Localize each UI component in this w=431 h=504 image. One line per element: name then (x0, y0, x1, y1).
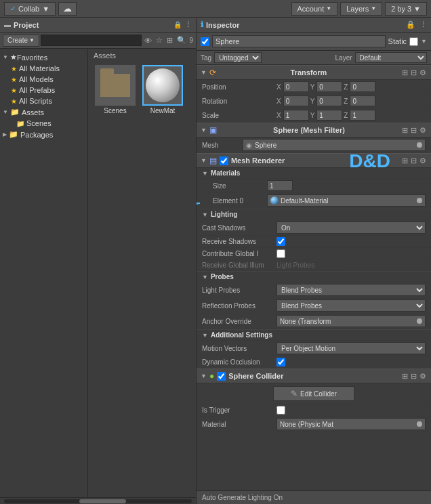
layout-button[interactable]: 2 by 3 ▼ (385, 2, 427, 16)
mesh-filter-copy-icon[interactable]: ⊞ (401, 126, 409, 135)
mesh-value: Sphere (255, 142, 276, 149)
folder-icon (100, 74, 130, 97)
renderer-active-checkbox[interactable] (220, 156, 228, 165)
collider-copy-icon[interactable]: ⊞ (401, 372, 409, 381)
packages-triangle-icon: ▶ (3, 131, 7, 138)
pos-x-input[interactable] (283, 81, 309, 92)
receive-shadows-checkbox[interactable] (276, 237, 285, 246)
sidebar-item-all-scripts[interactable]: ★ All Scripts (0, 96, 87, 106)
materials-subsection-header[interactable]: ▼ Materials (197, 168, 431, 179)
create-label: Create (7, 37, 28, 44)
sidebar-item-all-materials[interactable]: ★ All Materials (0, 63, 87, 74)
is-trigger-row: Is Trigger (197, 404, 431, 417)
additional-subsection-header[interactable]: ▼ Additional Settings (197, 329, 431, 341)
rot-y-input[interactable] (316, 96, 342, 106)
transform-section-header[interactable]: ▼ ⟳ Transform ⊞ ⊟ ⚙ (197, 65, 431, 80)
toolbar-grid-icon[interactable]: ⊞ (165, 36, 174, 45)
scale-z-input[interactable] (350, 110, 375, 121)
collider-gear-icon[interactable]: ⚙ (419, 372, 427, 381)
object-active-checkbox[interactable] (201, 37, 209, 46)
collider-align-icon[interactable]: ⊟ (410, 372, 417, 381)
rot-x-label: X (276, 98, 281, 105)
toolbar-eye-icon[interactable]: 👁 (143, 37, 153, 45)
motion-vectors-select[interactable]: Per Object Motion (276, 342, 426, 354)
object-name-input[interactable] (212, 35, 386, 47)
element-select-icon[interactable] (417, 198, 422, 203)
renderer-copy-icon[interactable]: ⊞ (401, 156, 409, 165)
collider-active-checkbox[interactable] (217, 372, 226, 381)
account-button[interactable]: Account ▼ (291, 2, 338, 16)
light-probes-select[interactable]: Blend Probes (276, 284, 426, 296)
mesh-filter-gear-icon[interactable]: ⚙ (419, 126, 427, 135)
sidebar-item-all-models[interactable]: ★ All Models (0, 74, 87, 85)
scale-x-input[interactable] (283, 110, 309, 121)
static-checkbox[interactable] (409, 37, 418, 46)
transform-copy-icon[interactable]: ⊞ (401, 68, 409, 77)
collab-checkmark: ✓ (10, 5, 16, 12)
create-button[interactable]: Create ▼ (3, 35, 39, 47)
cast-shadows-row: Cast Shadows On (197, 220, 431, 236)
inspector-info-icon: ℹ (201, 20, 203, 29)
dynamic-occlusion-checkbox[interactable] (276, 358, 285, 366)
rot-z-input[interactable] (350, 96, 375, 106)
renderer-gear-icon[interactable]: ⚙ (419, 156, 427, 165)
pos-y-input[interactable] (316, 81, 342, 92)
tag-label: Tag (201, 54, 211, 62)
edit-collider-button[interactable]: ✎ Edit Collider (273, 386, 354, 401)
layout-arrow-icon: ▼ (413, 5, 421, 13)
tag-select[interactable]: Untagged (214, 52, 262, 63)
rot-x-input[interactable] (283, 96, 309, 106)
list-item-newmat[interactable]: NewMat (141, 65, 184, 114)
toolbar-bookmark-icon[interactable]: ☆ (155, 36, 164, 45)
collider-section-header[interactable]: ▼ ● Sphere Collider ⊞ ⊟ ⚙ (197, 369, 431, 383)
anchor-select-icon[interactable] (417, 318, 422, 324)
probes-subsection-header[interactable]: ▼ Probes (197, 271, 431, 282)
is-trigger-label: Is Trigger (202, 406, 276, 414)
inspector-menu-icon[interactable]: ⋮ (419, 20, 427, 28)
packages-section[interactable]: ▶ 📁 Packages (0, 129, 87, 140)
mesh-filter-align-icon[interactable]: ⊟ (410, 126, 417, 135)
toolbar-search-icon[interactable]: 🔍 (176, 36, 188, 45)
edit-collider-icon: ✎ (291, 389, 297, 398)
search-input[interactable] (41, 35, 142, 46)
list-item-scenes[interactable]: Scenes (94, 65, 137, 114)
renderer-align-icon[interactable]: ⊟ (410, 156, 417, 165)
pos-z-input[interactable] (350, 81, 375, 92)
anchor-override-box: None (Transform (276, 315, 426, 327)
transform-gear-icon[interactable]: ⚙ (419, 68, 427, 77)
lighting-subsection-header[interactable]: ▼ Lighting (197, 209, 431, 220)
mesh-renderer-section-header[interactable]: ▼ ▤ Mesh Renderer D&D ⊞ ⊟ ⚙ (197, 153, 431, 168)
mesh-select-icon[interactable] (417, 142, 422, 148)
collab-button[interactable]: ✓ Collab ▼ (4, 2, 56, 16)
project-icon: ▬ (4, 21, 11, 28)
transform-align-icon[interactable]: ⊟ (410, 68, 417, 77)
layers-button[interactable]: Layers ▼ (340, 2, 382, 16)
reflection-probes-select[interactable]: Blend Probes (276, 299, 426, 312)
layer-select[interactable]: Default (355, 52, 427, 63)
assets-section[interactable]: ▼ 📁 Assets (0, 106, 87, 118)
left-panel-scrollbar[interactable] (0, 497, 196, 504)
favorites-section[interactable]: ▼ ★ Favorites (0, 51, 87, 63)
inspector-lock-icon[interactable]: 🔒 (406, 20, 415, 28)
sidebar-item-all-prefabs[interactable]: ★ All Prefabs (0, 85, 87, 96)
inspector-lock-area: 🔒 ⋮ (406, 20, 427, 29)
panel-options-icon[interactable]: ⋮ (184, 20, 192, 29)
scale-x-label: X (276, 112, 281, 119)
bottom-padding (197, 432, 431, 446)
is-trigger-checkbox[interactable] (276, 406, 285, 415)
scenes-thumb (95, 65, 136, 106)
contribute-checkbox[interactable] (276, 249, 285, 258)
sphere-preview-icon (146, 68, 180, 102)
lock-icon[interactable]: 🔒 (173, 21, 182, 28)
cast-shadows-select[interactable]: On (276, 222, 426, 234)
mesh-filter-section-header[interactable]: ▼ ▣ Sphere (Mesh Filter) ⊞ ⊟ ⚙ (197, 123, 431, 138)
lighting-triangle-icon: ▼ (202, 211, 208, 218)
size-input[interactable] (267, 180, 293, 191)
layers-arrow-icon: ▼ (371, 5, 376, 12)
scale-y-input[interactable] (316, 110, 342, 121)
material-label: Material (202, 421, 276, 428)
material-select-icon[interactable] (417, 421, 422, 427)
static-dropdown-icon[interactable]: ▼ (421, 38, 427, 45)
cloud-button[interactable]: ☁ (58, 2, 77, 16)
sidebar-item-scenes[interactable]: 📁 Scenes (0, 118, 87, 129)
